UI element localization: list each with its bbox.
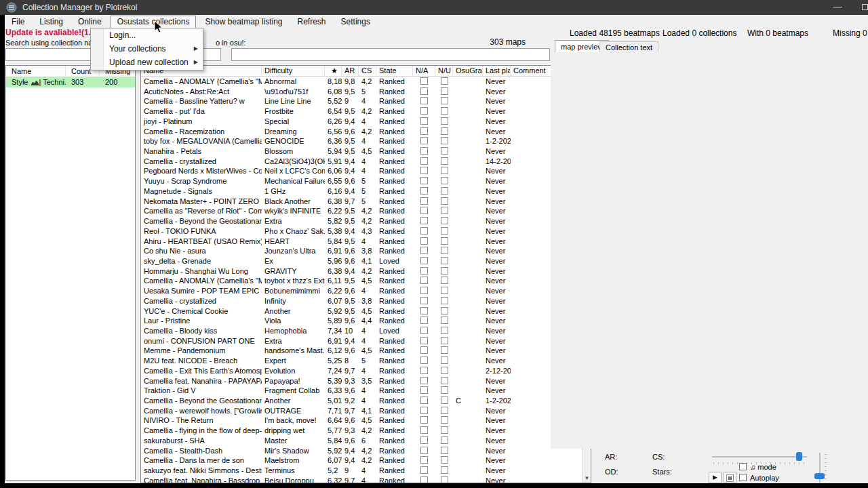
na-checkbox[interactable]	[420, 307, 428, 314]
na-checkbox[interactable]	[420, 407, 428, 414]
na-checkbox[interactable]	[420, 416, 428, 424]
beatmap-row[interactable]: Camellia - Exit This Earth's Atomosphere…	[141, 366, 582, 376]
na-checkbox[interactable]	[420, 297, 428, 304]
nu-checkbox[interactable]	[441, 217, 448, 224]
play-button[interactable]: ▶	[709, 472, 722, 483]
nu-checkbox[interactable]	[441, 167, 448, 174]
beatmap-row[interactable]: Co shu Nie - asuraJounzan's Ultra6,919,6…	[141, 246, 582, 256]
beatmap-row[interactable]: Camellia as "Reverse of Riot" - Compl...…	[141, 206, 582, 216]
na-checkbox[interactable]	[420, 157, 428, 165]
beatmap-row[interactable]: Camellia - crystallizedInfinity6,079,53,…	[141, 296, 582, 306]
volume-slider-thumb[interactable]	[814, 473, 825, 479]
na-checkbox[interactable]	[420, 386, 428, 394]
beatmap-row[interactable]: Hommarju - Shanghai Wu LongGRAVITY6,389,…	[141, 266, 582, 277]
nu-checkbox[interactable]	[441, 426, 448, 434]
nu-checkbox[interactable]	[441, 337, 448, 344]
na-checkbox[interactable]	[420, 287, 428, 294]
na-checkbox[interactable]	[420, 357, 428, 364]
beatmap-row[interactable]: sakuzyo feat. Nikki Simmons - Destr0y...…	[141, 466, 582, 476]
beatmap-row[interactable]: Camellia - Bassline Yatteru? wLine Line …	[141, 96, 582, 106]
beatmap-row[interactable]: NIVIRO - The ReturnI'm back, move!6,649,…	[141, 415, 582, 426]
beatmap-row[interactable]: onumi - CONFUSION PART ONEExtra6,919,44R…	[141, 336, 582, 346]
beatmap-header-state[interactable]: State	[376, 66, 413, 76]
nu-checkbox[interactable]	[441, 237, 448, 245]
na-checkbox[interactable]	[420, 257, 428, 264]
beatmap-search-input[interactable]	[231, 48, 550, 61]
nu-checkbox[interactable]	[441, 297, 448, 304]
beatmap-header-n-u[interactable]: N/U	[435, 66, 453, 76]
beatmap-header--[interactable]: ★	[325, 66, 342, 76]
na-checkbox[interactable]	[420, 367, 428, 374]
beatmap-row[interactable]: AcuticNotes - Abst:Re:Act\u91od\u751f6,0…	[141, 87, 582, 97]
na-checkbox[interactable]	[420, 177, 428, 184]
beatmap-row[interactable]: sakuraburst - SHAMaster5,849,66RankedNev…	[141, 436, 582, 446]
nu-checkbox[interactable]	[441, 287, 448, 294]
nu-checkbox[interactable]	[441, 367, 448, 374]
maximize-button[interactable]	[853, 0, 868, 15]
nu-checkbox[interactable]	[441, 117, 448, 125]
na-checkbox[interactable]	[420, 137, 428, 144]
nu-checkbox[interactable]	[441, 137, 448, 144]
menu-item-settings[interactable]: Settings	[335, 16, 376, 28]
beatmap-header-n-a[interactable]: N/A	[413, 66, 435, 76]
na-checkbox[interactable]	[420, 227, 428, 235]
beatmap-header-cs[interactable]: CS	[359, 66, 376, 76]
beatmap-row[interactable]: Camellia - ANOMALY (Camellia's "MU...Abn…	[141, 77, 582, 87]
beatmap-row[interactable]: Yuuyu - Scrap SyndromeMechanical Failure…	[141, 176, 582, 186]
beatmap-row[interactable]: Camellia feat. Nanahira - PAPAYAPA ...Pa…	[141, 376, 582, 386]
mode-checkbox[interactable]	[739, 463, 747, 470]
na-checkbox[interactable]	[420, 426, 428, 434]
nu-checkbox[interactable]	[441, 377, 448, 384]
autoplay-checkbox[interactable]	[739, 474, 747, 481]
beatmap-header-ar[interactable]: AR	[342, 66, 359, 76]
na-checkbox[interactable]	[420, 247, 428, 254]
minimize-button[interactable]: —	[826, 0, 849, 15]
nu-checkbox[interactable]	[441, 456, 448, 464]
beatmap-row[interactable]: Magnetude - Signals1 GHz6,169,45RankedNe…	[141, 186, 582, 197]
beatmap-row[interactable]: Nanahira - PetalsBlossom5,949,54,5Ranked…	[141, 146, 582, 157]
collections-header-name[interactable]: Name	[6, 66, 66, 77]
beatmap-row[interactable]: YUC'e - Chemical CookieAnother5,929,54,5…	[141, 306, 582, 317]
nu-checkbox[interactable]	[441, 386, 448, 394]
nu-checkbox[interactable]	[441, 436, 448, 444]
nu-checkbox[interactable]	[441, 207, 448, 214]
nu-checkbox[interactable]	[441, 277, 448, 284]
scroll-down-icon[interactable]: ▼	[583, 474, 591, 483]
beatmap-row[interactable]: Camellia - RacemizationDreaming6,569,64,…	[141, 127, 582, 137]
nu-checkbox[interactable]	[441, 267, 448, 274]
beatmap-row[interactable]: Camellia - Beyond the Geostationary O...…	[141, 216, 582, 226]
progress-slider-thumb[interactable]	[796, 452, 802, 461]
na-checkbox[interactable]	[420, 447, 428, 454]
nu-checkbox[interactable]	[441, 247, 448, 254]
beatmap-row[interactable]: sky_delta - GrenadeEx5,969,64,1LovedNeve…	[141, 256, 582, 266]
beatmap-row[interactable]: Camellia - flying in the flow of deep-se…	[141, 426, 582, 436]
na-checkbox[interactable]	[420, 436, 428, 444]
tab-collection-text[interactable]: Collection text	[599, 41, 658, 52]
beatmap-header-osugrade[interactable]: OsuGrade	[453, 66, 483, 76]
nu-checkbox[interactable]	[441, 77, 448, 85]
nu-checkbox[interactable]	[441, 107, 448, 115]
beatmap-row[interactable]: Ahiru - HEARTBEAT (USAO Remix)HEART5,849…	[141, 237, 582, 247]
pause-button[interactable]	[724, 472, 736, 483]
dropdown-item-your-collections[interactable]: Your collections▶	[91, 42, 203, 56]
menu-item-file[interactable]: File	[5, 16, 31, 28]
menu-item-show-beatmap-listing[interactable]: Show beatmap listing	[199, 16, 288, 28]
beatmap-row[interactable]: Camellia - Dans la mer de sonMaelstrom6,…	[141, 455, 582, 466]
na-checkbox[interactable]	[420, 456, 428, 464]
nu-checkbox[interactable]	[441, 97, 448, 104]
nu-checkbox[interactable]	[441, 346, 448, 354]
na-checkbox[interactable]	[420, 277, 428, 284]
beatmap-row[interactable]: Camellia feat. Nanahira - Bassdrop Fre..…	[141, 476, 582, 483]
beatmap-row[interactable]: Camellia - werewolf howls. ["Growling" .…	[141, 406, 582, 416]
na-checkbox[interactable]	[420, 327, 428, 334]
na-checkbox[interactable]	[420, 346, 428, 354]
na-checkbox[interactable]	[420, 237, 428, 245]
beatmap-row[interactable]: Camellia - put' l'daFrostbite6,549,54,2R…	[141, 106, 582, 117]
beatmap-row[interactable]: Pegboard Nerds x MisterWives - CoffinsNe…	[141, 166, 582, 176]
na-checkbox[interactable]	[420, 466, 428, 474]
collection-row-selected[interactable]: Style | Techni... 303 200	[6, 77, 135, 87]
beatmap-row[interactable]: Memme - Pandemoniumhandsome's Mast...6,1…	[141, 346, 582, 356]
nu-checkbox[interactable]	[441, 127, 448, 135]
beatmap-row[interactable]: Nekomata Master+ - POINT ZEROBlack Anoth…	[141, 197, 582, 207]
menu-item-refresh[interactable]: Refresh	[292, 16, 332, 28]
